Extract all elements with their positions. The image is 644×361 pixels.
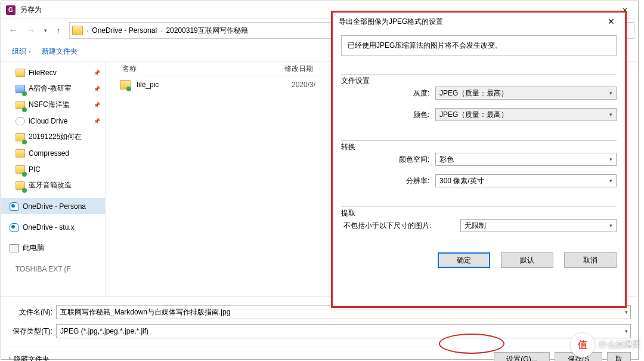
folder-icon <box>120 80 131 90</box>
chevron-down-icon: ▾ <box>609 223 612 229</box>
sidebar-item-label: OneDrive - Persona <box>23 202 86 211</box>
pin-icon: 📌 <box>94 86 100 92</box>
crumb-0[interactable]: OneDrive - Personal <box>89 26 159 35</box>
resolution-label: 分辨率: <box>341 176 435 186</box>
hide-folders-label: 隐藏文件夹 <box>14 354 49 361</box>
dialog-titlebar: 导出全部图像为JPEG格式的设置 ✕ <box>333 13 625 30</box>
filetype-label: 保存类型(T): <box>8 326 56 337</box>
dialog-close-button[interactable]: ✕ <box>602 13 620 30</box>
row-name: file_pic <box>137 81 292 89</box>
cancel-button[interactable]: 取消 <box>564 252 617 268</box>
sidebar-item-label: FileRecv <box>29 69 57 77</box>
chevron-down-icon: ▾ <box>609 156 612 162</box>
pin-icon: 📌 <box>94 102 100 108</box>
sidebar-item-onedrive[interactable]: OneDrive - stu.x <box>1 219 105 235</box>
chevron-down-icon[interactable]: ▾ <box>625 309 628 315</box>
sidebar-item[interactable]: 20191225如何在 <box>1 129 105 145</box>
default-button[interactable]: 默认 <box>501 252 553 268</box>
resolution-select[interactable]: 300 像素/英寸 ▾ <box>435 174 617 187</box>
watermark: 值 什么值得买 <box>570 332 640 357</box>
sidebar-item[interactable]: A宿舍-教研室📌 <box>1 81 105 97</box>
organize-button[interactable]: 组织 ▾ <box>8 44 35 59</box>
folder-icon <box>16 165 25 174</box>
sidebar-item-label: PIC <box>29 165 41 174</box>
row-date: 2020/3/ <box>292 81 315 89</box>
chevron-down-icon: ▾ <box>609 178 612 184</box>
fieldset-legend: 转换 <box>341 142 359 152</box>
folder-icon <box>16 133 25 141</box>
new-folder-button[interactable]: 新建文件夹 <box>38 44 81 59</box>
sidebar-item-label: A宿舍-教研室 <box>29 84 72 94</box>
chevron-down-icon: ▾ <box>29 49 31 54</box>
sync-check-icon <box>126 87 131 91</box>
onedrive-icon <box>10 202 19 211</box>
sync-check-icon <box>22 107 27 112</box>
chevron-up-icon: ˄ <box>8 357 11 362</box>
color-select[interactable]: JPEG（质量：最高） ▾ <box>435 108 617 121</box>
folder-icon <box>16 69 25 77</box>
app-icon: G <box>6 5 16 15</box>
chevron-right-icon: › <box>85 27 89 34</box>
sidebar-item[interactable]: PIC <box>1 161 105 177</box>
forward-button[interactable]: → <box>23 22 39 39</box>
filename-value: 互联网写作秘籍_Markdown与自媒体写作排版指南.jpg <box>60 307 230 317</box>
fieldset-legend: 提取 <box>341 208 359 218</box>
settings-button[interactable]: 设置(G)... <box>494 352 550 362</box>
dialog-title: 导出全部图像为JPEG格式的设置 <box>339 17 443 27</box>
crumb-1[interactable]: 20200319互联网写作秘籍 <box>163 26 250 36</box>
sidebar-item-label: iCloud Drive <box>29 117 67 125</box>
filename-label: 文件名(N): <box>8 307 56 317</box>
sidebar-item[interactable]: 蓝牙音箱改造 <box>1 177 105 193</box>
filetype-select[interactable]: JPEG (*.jpg,*.jpeg,*.jpe,*.jif) ▾ <box>56 324 631 338</box>
sidebar-item-this-pc[interactable]: 此电脑 <box>1 240 105 256</box>
color-label: 颜色: <box>341 110 435 120</box>
sync-check-icon <box>22 140 27 144</box>
filetype-row: 保存类型(T): JPEG (*.jpg,*.jpeg,*.jpe,*.jif)… <box>8 323 631 340</box>
fieldset-convert: 转换 颜色空间: 彩色 ▾ 分辨率: 300 像素/英寸 ▾ <box>341 131 617 190</box>
sidebar-item[interactable]: NSFC海洋监📌 <box>1 97 105 113</box>
chevron-down-icon: ▾ <box>609 90 612 96</box>
sidebar-item-label: OneDrive - stu.x <box>23 223 75 232</box>
cloud-icon <box>16 117 25 125</box>
back-button[interactable]: ← <box>5 22 21 39</box>
fieldset-extract: 提取 不包括小于以下尺寸的图片: 无限制 ▾ <box>341 197 617 235</box>
up-button[interactable]: ↑ <box>51 22 66 39</box>
dialog-info: 已经使用JPEG压缩算法的图片将不会发生改变。 <box>341 35 617 56</box>
colorspace-select[interactable]: 彩色 ▾ <box>435 153 617 166</box>
ok-button[interactable]: 确定 <box>438 252 490 268</box>
folder-icon <box>16 149 25 158</box>
hide-folders-toggle[interactable]: ˄ 隐藏文件夹 <box>8 354 49 361</box>
sidebar-item[interactable]: Compressed <box>1 145 105 161</box>
sync-check-icon <box>22 91 27 96</box>
exclude-select[interactable]: 无限制 ▾ <box>460 219 617 232</box>
folder-icon <box>72 26 83 35</box>
sidebar-item[interactable]: iCloud Drive📌 <box>1 113 105 129</box>
dialog-buttons: 确定 默认 取消 <box>341 252 617 268</box>
exclude-value: 无限制 <box>465 221 486 231</box>
gray-value: JPEG（质量：最高） <box>439 88 508 98</box>
onedrive-icon <box>10 223 19 232</box>
gray-select[interactable]: JPEG（质量：最高） ▾ <box>435 87 617 100</box>
column-name[interactable]: 名称 <box>106 64 284 74</box>
color-value: JPEG（质量：最高） <box>439 110 508 120</box>
organize-label: 组织 <box>12 47 26 57</box>
colorspace-value: 彩色 <box>439 155 454 165</box>
sidebar-item-onedrive[interactable]: OneDrive - Persona <box>1 198 105 214</box>
sidebar-item-label: NSFC海洋监 <box>29 100 70 110</box>
folder-icon <box>16 181 25 190</box>
pin-icon: 📌 <box>94 118 100 124</box>
sidebar-item[interactable]: FileRecv📌 <box>1 64 105 81</box>
folder-icon <box>16 85 25 93</box>
sidebar-item-label: 蓝牙音箱改造 <box>29 180 72 190</box>
resolution-value: 300 像素/英寸 <box>439 176 484 186</box>
export-settings-dialog: 导出全部图像为JPEG格式的设置 ✕ 已经使用JPEG压缩算法的图片将不会发生改… <box>331 11 627 308</box>
sidebar: FileRecv📌 A宿舍-教研室📌 NSFC海洋监📌 iCloud Drive… <box>1 62 106 296</box>
colorspace-label: 颜色空间: <box>341 155 435 165</box>
bottom-row: ˄ 隐藏文件夹 设置(G)... 保存(S 取 <box>1 347 638 361</box>
recent-dropdown[interactable]: ▾ <box>41 22 50 39</box>
folder-icon <box>16 101 25 109</box>
gray-label: 灰度: <box>341 88 435 98</box>
watermark-icon: 值 <box>570 332 595 357</box>
pin-icon: 📌 <box>94 70 100 76</box>
sidebar-item-drive[interactable]: TOSHIBA EXT (F <box>1 261 105 277</box>
